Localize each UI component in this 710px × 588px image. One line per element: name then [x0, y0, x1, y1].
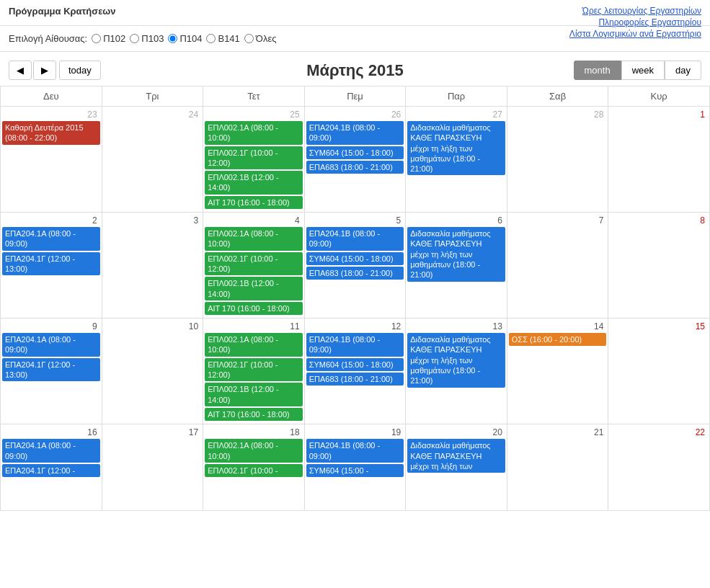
day-number: 13 [407, 320, 505, 333]
day-number: 7 [509, 214, 607, 227]
calendar-event[interactable]: Διδασκαλία μαθήματος ΚΑΘΕ ΠΑΡΑΣΚΕΥΗ μέχρ… [407, 439, 505, 473]
day-number: 25 [205, 108, 303, 121]
week-row-3: 16ΕΠΑ204.1Α (08:00 - 09:00)ΕΠΑ204.1Γ (12… [1, 424, 710, 511]
calendar-event[interactable]: ΕΠΑ204.1Α (08:00 - 09:00) [2, 227, 100, 251]
view-buttons: month week day [574, 61, 701, 80]
filter-p102[interactable]: Π102 [92, 33, 125, 44]
table-cell: 26ΕΠΑ204.1Β (08:00 - 09:00)ΣΥΜ604 (15:00… [304, 107, 406, 213]
view-month-button[interactable]: month [574, 61, 621, 80]
nav-buttons: ◀ ▶ [9, 61, 56, 80]
header-thu: Πεμ [304, 86, 406, 107]
calendar-event[interactable]: ΕΠΑ683 (18:00 - 21:00) [306, 267, 404, 280]
table-cell: 8 [608, 213, 710, 318]
calendar-event[interactable]: ΑΙΤ 170 (16:00 - 18:00) [205, 196, 303, 209]
calendar-event[interactable]: ΕΠΑ204.1Β (08:00 - 09:00) [306, 121, 404, 145]
day-number: 5 [306, 214, 404, 227]
calendar-event[interactable]: ΕΠΛ002.1Γ (10:00 - 12:00) [205, 358, 303, 382]
day-number: 10 [104, 320, 202, 333]
table-cell: 14ΟΣΣ (16:00 - 20:00) [507, 318, 608, 424]
link-hours[interactable]: Ώρες λειτουργίας Εργαστηρίων [569, 6, 701, 16]
calendar-event[interactable]: ΟΣΣ (16:00 - 20:00) [509, 333, 607, 346]
table-cell: 17 [102, 424, 203, 511]
next-button[interactable]: ▶ [33, 61, 56, 80]
calendar-event[interactable]: ΕΠΑ204.1Γ (12:00 - [2, 464, 100, 477]
table-cell: 10 [102, 318, 203, 424]
calendar-event[interactable]: ΕΠΑ683 (18:00 - 21:00) [306, 373, 404, 386]
view-day-button[interactable]: day [665, 61, 701, 80]
header-mon: Δευ [1, 86, 102, 107]
day-number: 14 [509, 320, 607, 333]
calendar-event[interactable]: ΣΥΜ604 (15:00 - 18:00) [306, 252, 404, 265]
header-wed: Τετ [203, 86, 305, 107]
table-cell: 7 [507, 213, 608, 318]
calendar-event[interactable]: ΣΥΜ604 (15:00 - [306, 464, 404, 477]
calendar-event[interactable]: ΕΠΑ204.1Β (08:00 - 09:00) [306, 227, 404, 251]
calendar-event[interactable]: ΕΠΑ204.1Α (08:00 - 09:00) [2, 333, 100, 357]
table-cell: 4ΕΠΛ002.1Α (08:00 - 10:00)ΕΠΛ002.1Γ (10:… [203, 213, 305, 318]
calendar-event[interactable]: ΕΠΛ002.1Α (08:00 - 10:00) [205, 121, 303, 145]
calendar-event[interactable]: ΕΠΛ002.1Β (12:00 - 14:00) [205, 277, 303, 300]
table-cell: 12ΕΠΑ204.1Β (08:00 - 09:00)ΣΥΜ604 (15:00… [304, 318, 406, 424]
calendar-event[interactable]: ΕΠΑ204.1Α (08:00 - 09:00) [2, 439, 100, 463]
table-cell: 16ΕΠΑ204.1Α (08:00 - 09:00)ΕΠΑ204.1Γ (12… [1, 424, 102, 511]
day-number: 26 [306, 108, 404, 121]
weekday-header-row: Δευ Τρι Τετ Πεμ Παρ Σαβ Κυρ [1, 86, 710, 107]
calendar-event[interactable]: ΕΠΑ204.1Γ (12:00 - 13:00) [2, 358, 100, 382]
calendar-event[interactable]: ΕΠΑ204.1Β (08:00 - 09:00) [306, 333, 404, 357]
week-row-2: 9ΕΠΑ204.1Α (08:00 - 09:00)ΕΠΑ204.1Γ (12:… [1, 318, 710, 424]
calendar-event[interactable]: ΕΠΑ683 (18:00 - 21:00) [306, 161, 404, 174]
day-number: 11 [205, 320, 303, 333]
calendar-event[interactable]: ΑΙΤ 170 (16:00 - 18:00) [205, 408, 303, 421]
calendar-event[interactable]: ΕΠΛ002.1Β (12:00 - 14:00) [205, 383, 303, 406]
calendar-event[interactable]: ΕΠΛ002.1Α (08:00 - 10:00) [205, 333, 303, 357]
calendar-event[interactable]: ΕΠΛ002.1Α (08:00 - 10:00) [205, 227, 303, 251]
calendar-event[interactable]: Διδασκαλία μαθήματος ΚΑΘΕ ΠΑΡΑΣΚΕΥΗ μέχρ… [407, 333, 505, 387]
calendar-event[interactable]: Διδασκαλία μαθήματος ΚΑΘΕ ΠΑΡΑΣΚΕΥΗ μέχρ… [407, 227, 505, 281]
filter-p104[interactable]: Π104 [168, 33, 202, 44]
view-week-button[interactable]: week [621, 61, 665, 80]
calendar-event[interactable]: Διδασκαλία μαθήματος ΚΑΘΕ ΠΑΡΑΣΚΕΥΗ μέχρ… [407, 121, 505, 175]
calendar-event[interactable]: ΑΙΤ 170 (16:00 - 18:00) [205, 302, 303, 315]
filter-p103[interactable]: Π103 [130, 33, 164, 44]
calendar-event[interactable]: ΕΠΛ002.1Γ (10:00 - 12:00) [205, 252, 303, 276]
prev-button[interactable]: ◀ [9, 61, 32, 80]
calendar-event[interactable]: ΕΠΛ002.1Γ (10:00 - [205, 464, 303, 477]
day-number: 2 [2, 214, 100, 227]
filter-all[interactable]: Όλες [244, 33, 277, 44]
calendar-event[interactable]: ΣΥΜ604 (15:00 - 18:00) [306, 358, 404, 371]
calendar-event[interactable]: Καθαρή Δευτέρα 2015 (08:00 - 22:00) [2, 121, 100, 145]
link-info[interactable]: Πληροφορίες Εργαστηρίου [569, 17, 701, 27]
filter-label: Επιλογή Αίθουσας: [9, 33, 87, 44]
table-cell: 28 [507, 107, 608, 213]
day-number: 1 [610, 108, 708, 121]
day-number: 6 [407, 214, 505, 227]
table-cell: 22 [608, 424, 710, 511]
day-number: 20 [407, 426, 505, 439]
table-cell: 15 [608, 318, 710, 424]
week-row-0: 23Καθαρή Δευτέρα 2015 (08:00 - 22:00)242… [1, 107, 710, 213]
calendar-event[interactable]: ΕΠΛ002.1Β (12:00 - 14:00) [205, 171, 303, 195]
table-cell: 9ΕΠΑ204.1Α (08:00 - 09:00)ΕΠΑ204.1Γ (12:… [1, 318, 102, 424]
day-number: 23 [2, 108, 100, 121]
calendar-event[interactable]: ΕΠΑ204.1Γ (12:00 - 13:00) [2, 252, 100, 276]
link-software[interactable]: Λίστα Λογισμικών ανά Εργαστήριο [569, 29, 701, 39]
table-cell: 20Διδασκαλία μαθήματος ΚΑΘΕ ΠΑΡΑΣΚΕΥΗ μέ… [406, 424, 507, 511]
calendar-event[interactable]: ΕΠΛ002.1Γ (10:00 - 12:00) [205, 146, 303, 170]
table-cell: 21 [507, 424, 608, 511]
table-cell: 23Καθαρή Δευτέρα 2015 (08:00 - 22:00) [1, 107, 102, 213]
table-cell: 24 [102, 107, 203, 213]
today-button[interactable]: today [59, 61, 101, 80]
calendar-event[interactable]: ΣΥΜ604 (15:00 - 18:00) [306, 146, 404, 159]
week-row-1: 2ΕΠΑ204.1Α (08:00 - 09:00)ΕΠΑ204.1Γ (12:… [1, 213, 710, 318]
day-number: 9 [2, 320, 100, 333]
table-cell: 25ΕΠΛ002.1Α (08:00 - 10:00)ΕΠΛ002.1Γ (10… [203, 107, 305, 213]
calendar-event[interactable]: ΕΠΛ002.1Α (08:00 - 10:00) [205, 439, 303, 463]
filter-b141[interactable]: Β141 [206, 33, 239, 44]
day-number: 22 [610, 426, 708, 439]
calendar-event[interactable]: ΕΠΑ204.1Β (08:00 - 09:00) [306, 439, 404, 463]
day-number: 3 [104, 214, 202, 227]
day-number: 28 [509, 108, 607, 121]
calendar-title: Μάρτης 2015 [306, 61, 404, 80]
table-cell: 3 [102, 213, 203, 318]
day-number: 19 [306, 426, 404, 439]
